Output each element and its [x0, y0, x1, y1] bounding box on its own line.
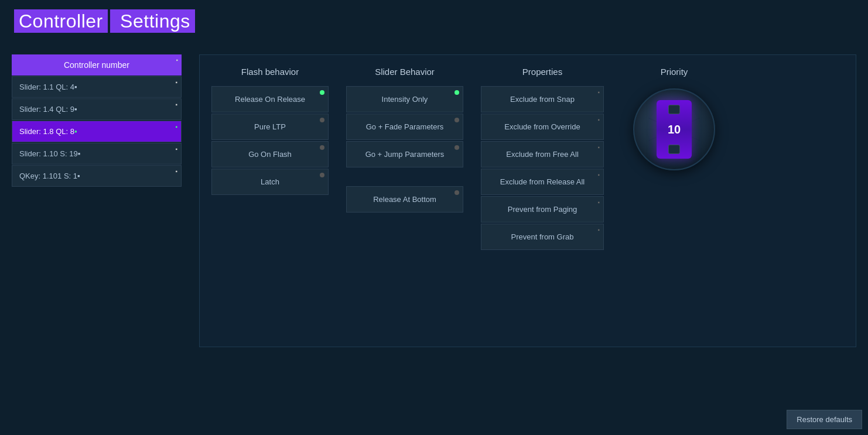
property-item-5[interactable]: Prevent from Grab▪ [481, 224, 604, 250]
properties-list: Exclude from Snap▪Exclude from Override▪… [481, 86, 604, 251]
knob-marker-top [668, 105, 680, 114]
slider-option-2[interactable]: Go + Jump Parameters [346, 141, 463, 167]
property-corner-2: ▪ [597, 144, 600, 150]
flash-option-0[interactable]: Release On Release [211, 86, 329, 112]
slider-option-0[interactable]: Intensity Only [346, 86, 463, 112]
knob-marker-bottom [668, 145, 680, 154]
property-corner-5: ▪ [597, 227, 600, 233]
flash-dot-2 [320, 145, 324, 150]
main-content: Controller number Slider: 1.1 QL: 4▪Slid… [0, 49, 868, 353]
controller-item-1[interactable]: Slider: 1.4 QL: 9▪ [12, 98, 182, 120]
slider-dot-1 [454, 118, 459, 122]
flash-dot-0 [320, 90, 324, 95]
priority-section: Priority [633, 67, 715, 335]
controller-item-4[interactable]: QKey: 1.101 S: 1▪ [12, 165, 182, 187]
release-bottom-container: Release At Bottom [346, 186, 463, 214]
knob-value-display: 10 [657, 100, 692, 159]
flash-option-2[interactable]: Go On Flash [211, 141, 329, 167]
controller-item-3[interactable]: Slider: 1.10 S: 19▪ [12, 143, 182, 165]
priority-knob[interactable]: 10 [633, 88, 715, 170]
property-item-0[interactable]: Exclude from Snap▪ [481, 86, 604, 112]
release-bottom-dot [454, 190, 459, 195]
property-item-3[interactable]: Exclude from Release All▪ [481, 169, 604, 195]
slider-behavior-section: Slider Behavior Intensity OnlyGo + Fade … [346, 67, 463, 335]
slider-option-1[interactable]: Go + Fade Parameters [346, 114, 463, 140]
flash-option-1[interactable]: Pure LTP [211, 114, 329, 140]
flash-behavior-section: Flash behavior Release On ReleasePure LT… [211, 67, 329, 335]
properties-panel: Properties Exclude from Snap▪Exclude fro… [481, 67, 604, 335]
slider-options-list: Intensity OnlyGo + Fade ParametersGo + J… [346, 86, 463, 169]
priority-title: Priority [661, 67, 688, 77]
controller-item-corner-0: ▪ [74, 83, 77, 91]
controller-item-corner-3: ▪ [78, 149, 81, 158]
property-corner-4: ▪ [597, 199, 600, 205]
controller-item-0[interactable]: Slider: 1.1 QL: 4▪ [12, 76, 182, 98]
property-corner-1: ▪ [597, 117, 600, 123]
property-item-2[interactable]: Exclude from Free All▪ [481, 141, 604, 167]
controller-item-corner-4: ▪ [77, 172, 80, 180]
property-corner-0: ▪ [597, 89, 600, 95]
page-title: Controller Settings [0, 0, 868, 43]
center-area: Flash behavior Release On ReleasePure LT… [199, 54, 856, 347]
flash-option-3[interactable]: Latch [211, 169, 329, 195]
slider-behavior-title: Slider Behavior [375, 67, 435, 77]
slider-dot-0 [454, 90, 459, 95]
restore-defaults-button[interactable]: Restore defaults [787, 410, 862, 429]
controller-item-corner-2: ▪ [74, 127, 77, 136]
flash-options-list: Release On ReleasePure LTPGo On FlashLat… [211, 86, 329, 196]
priority-value: 10 [668, 123, 681, 136]
flash-dot-3 [320, 173, 324, 177]
controller-item-corner-1: ▪ [74, 105, 77, 114]
controller-number-header[interactable]: Controller number [12, 54, 182, 76]
title-suffix: Settings [110, 9, 195, 33]
property-item-1[interactable]: Exclude from Override▪ [481, 114, 604, 140]
property-corner-3: ▪ [597, 172, 600, 178]
knob-outer: 10 [633, 88, 715, 170]
property-item-4[interactable]: Prevent from Paging▪ [481, 196, 604, 222]
flash-behavior-title: Flash behavior [241, 67, 299, 77]
left-panel: Controller number Slider: 1.1 QL: 4▪Slid… [12, 54, 182, 347]
release-at-bottom-btn[interactable]: Release At Bottom [346, 186, 463, 213]
properties-title: Properties [522, 67, 562, 77]
slider-dot-2 [454, 145, 459, 150]
title-prefix: Controller [14, 9, 108, 33]
controller-list: Slider: 1.1 QL: 4▪Slider: 1.4 QL: 9▪Slid… [12, 76, 182, 187]
controller-item-2[interactable]: Slider: 1.8 QL: 8▪ [12, 121, 182, 142]
flash-dot-1 [320, 118, 324, 122]
